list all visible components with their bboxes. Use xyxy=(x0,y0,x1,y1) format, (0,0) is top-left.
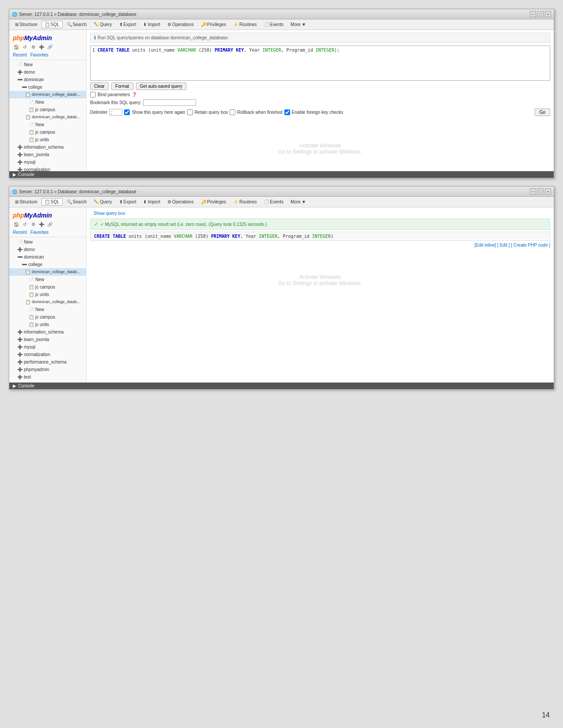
nav-privileges-1[interactable]: 🔑 Privileges xyxy=(198,21,229,28)
sidebar-normalization-1[interactable]: ➕ normalization xyxy=(9,166,86,171)
nav-import-2[interactable]: ⬇ Import xyxy=(140,198,163,206)
delimiter-input[interactable] xyxy=(109,109,122,116)
nav-more-2[interactable]: More ▼ xyxy=(287,198,309,206)
favorites-label-1[interactable]: Favorites xyxy=(30,53,49,57)
nav-export-1[interactable]: ⬆ Export xyxy=(116,21,140,28)
titlebar-1: 🌐 Server: 127.0.0.1 » Database: dominica… xyxy=(9,9,554,19)
sidebar-units2-2[interactable]: 📋 jc units xyxy=(9,321,86,328)
create-icon-2[interactable]: ➕ xyxy=(38,221,45,228)
sidebar-db1-2[interactable]: 📋 dominican_college_datab... xyxy=(9,268,86,276)
sidebar-db2-2[interactable]: 📋 dominican_college_datab... xyxy=(9,298,86,306)
sidebar-units-s2[interactable]: 📋 jc units xyxy=(9,291,86,298)
home-icon-1[interactable]: 🏠 xyxy=(13,43,20,50)
nav-structure-2[interactable]: ⊞ Structure xyxy=(12,198,41,206)
sidebar-demo-1[interactable]: ➕ demo xyxy=(9,68,86,76)
favorites-label-2[interactable]: Favorites xyxy=(30,230,49,235)
nav-more-1[interactable]: More ▼ xyxy=(287,21,309,28)
sidebar-perf-schema-2[interactable]: ➕ performance_schema xyxy=(9,358,86,366)
import-icon-2: ⬇ xyxy=(143,199,147,204)
nav-query-2[interactable]: ✏️ Query xyxy=(91,198,115,206)
sidebar-units-1[interactable]: 📋 jc units xyxy=(9,136,86,143)
query-icon-2: ✏️ xyxy=(94,199,99,204)
rollback-checkbox[interactable] xyxy=(230,109,235,115)
format-btn-1[interactable]: Format xyxy=(111,83,133,90)
nav-operations-1[interactable]: ⚙ Operations xyxy=(164,21,197,28)
sidebar-2: phpMyAdmin 🏠 ↺ ⚙ ➕ 🔗 Recent Favorites 📄 … xyxy=(9,207,87,383)
sidebar-info-schema-2[interactable]: ➕ information_schema xyxy=(9,328,86,336)
sidebar-campus2-1[interactable]: 📋 jc campus xyxy=(9,128,86,136)
sidebar-learn-joomla-1[interactable]: ➕ learn_joomla xyxy=(9,151,86,158)
console-bar-1[interactable]: ▶ Console xyxy=(9,171,554,178)
sidebar-college-2[interactable]: ➖ college xyxy=(9,261,86,268)
nav-sql-1[interactable]: 📋 SQL xyxy=(42,21,63,28)
nav-structure-1[interactable]: ⊞ Structure xyxy=(12,21,41,28)
sidebar-mysql-1[interactable]: ➕ mysql xyxy=(9,158,86,166)
sidebar-info-schema-1[interactable]: ➕ information_schema xyxy=(9,143,86,151)
sidebar-new3-2[interactable]: 📄 New xyxy=(9,306,86,313)
sidebar-new-1[interactable]: 📄 New xyxy=(9,61,86,68)
nav-events-1[interactable]: 🕐 Events xyxy=(261,21,287,28)
sidebar-db1-1[interactable]: 📋 dominican_college_datab... xyxy=(9,91,86,98)
events-icon-2: 🕐 xyxy=(264,199,269,204)
sql-editor-1[interactable]: 1 CREATE TABLE units (unit_name VARCHAR … xyxy=(90,45,550,81)
refresh-icon-2[interactable]: ↺ xyxy=(21,221,28,228)
create-icon-1[interactable]: ➕ xyxy=(38,43,45,50)
go-btn-1[interactable]: Go xyxy=(535,109,550,116)
sidebar-learn-joomla-2[interactable]: ➕ learn_joomla xyxy=(9,336,86,343)
nav-search-2[interactable]: 🔍 Search xyxy=(64,198,90,206)
sidebar-mysql-2[interactable]: ➕ mysql xyxy=(9,343,86,351)
sidebar-new2-2[interactable]: 📄 New xyxy=(9,276,86,283)
minimize-btn-1[interactable]: ─ xyxy=(530,11,536,17)
nav-query-1[interactable]: ✏️ Query xyxy=(91,21,115,28)
edit-inline-link[interactable]: [Edit inline] xyxy=(474,243,496,248)
nav-routines-1[interactable]: ⚡ Routines xyxy=(230,21,260,28)
console-bar-2[interactable]: ▶ Console xyxy=(9,383,554,389)
sidebar-college-1[interactable]: ➖ college xyxy=(9,83,86,91)
retain-box-checkbox[interactable] xyxy=(187,109,193,115)
minimize-btn-2[interactable]: ─ xyxy=(530,188,536,195)
sidebar-dominican-1[interactable]: ➖ dominican xyxy=(9,76,86,83)
nav-privileges-2[interactable]: 🔑 Privileges xyxy=(198,198,229,206)
nav-events-2[interactable]: 🕐 Events xyxy=(261,198,287,206)
bookmark-input[interactable] xyxy=(143,99,196,106)
sidebar-campus2-2[interactable]: 📋 jc campus xyxy=(9,313,86,321)
nav-export-2[interactable]: ⬆ Export xyxy=(116,198,140,206)
sidebar-campus1-2[interactable]: 📋 jc campus xyxy=(9,283,86,291)
sidebar-phpmyadmin-2[interactable]: ➕ phpmyadmin xyxy=(9,366,86,373)
bind-params-checkbox[interactable] xyxy=(90,92,96,98)
nav-sql-2[interactable]: 📋 SQL xyxy=(42,198,63,206)
refresh-icon-1[interactable]: ↺ xyxy=(21,43,28,50)
edit-link[interactable]: [ Edit ] xyxy=(497,243,510,248)
nav-operations-2[interactable]: ⚙ Operations xyxy=(164,198,197,206)
clear-btn-1[interactable]: Clear xyxy=(90,83,109,90)
maximize-btn-2[interactable]: □ xyxy=(537,188,544,195)
config-icon-2[interactable]: ⚙ xyxy=(30,221,37,228)
sidebar-db2-1[interactable]: 📋 dominican_college_datab... xyxy=(9,113,86,121)
retain-box-label: Retain query box xyxy=(195,110,228,115)
close-btn-2[interactable]: × xyxy=(545,188,551,195)
sidebar-campus1-1[interactable]: 📋 jc campus xyxy=(9,106,86,113)
nav-import-1[interactable]: ⬇ Import xyxy=(140,21,163,28)
nav-routines-2[interactable]: ⚡ Routines xyxy=(230,198,260,206)
sidebar-new3-1[interactable]: 📄 New xyxy=(9,121,86,128)
nav-search-1[interactable]: 🔍 Search xyxy=(64,21,90,28)
sidebar-test-2[interactable]: ➕ test xyxy=(9,373,86,381)
close-btn-1[interactable]: × xyxy=(545,11,551,17)
config-icon-1[interactable]: ⚙ xyxy=(30,43,37,50)
home-icon-2[interactable]: 🏠 xyxy=(13,221,20,228)
sidebar-new2-1[interactable]: 📄 New xyxy=(9,98,86,106)
recent-label-2[interactable]: Recent xyxy=(13,230,27,235)
sidebar-normalization-2[interactable]: ➕ normalization xyxy=(9,351,86,358)
auto-saved-btn-1[interactable]: Get auto-saved query xyxy=(136,83,186,90)
foreign-key-checkbox[interactable] xyxy=(284,109,290,115)
sidebar-new-2[interactable]: 📄 New xyxy=(9,238,86,246)
link-icon-1[interactable]: 🔗 xyxy=(46,43,53,50)
sidebar-dominican-2[interactable]: ➖ dominican xyxy=(9,253,86,261)
maximize-btn-1[interactable]: □ xyxy=(537,11,544,17)
sidebar-demo-2[interactable]: ➕ demo xyxy=(9,246,86,253)
recent-label-1[interactable]: Recent xyxy=(13,53,27,57)
show-query-bar[interactable]: Show query box xyxy=(90,210,550,217)
create-php-link[interactable]: [ Create PHP code ] xyxy=(511,243,550,248)
show-again-checkbox[interactable] xyxy=(124,109,130,115)
link-icon-2[interactable]: 🔗 xyxy=(46,221,53,228)
